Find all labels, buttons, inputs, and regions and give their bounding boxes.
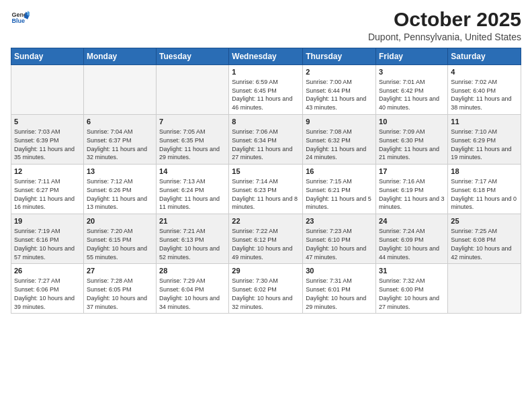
header-sunday: Sunday (11, 48, 84, 65)
table-row: 6Sunrise: 7:04 AMSunset: 6:37 PMDaylight… (83, 115, 156, 165)
day-number: 1 (232, 67, 300, 77)
day-number: 30 (306, 266, 373, 276)
calendar-week-row: 5Sunrise: 7:03 AMSunset: 6:39 PMDaylight… (11, 115, 521, 165)
table-row: 10Sunrise: 7:09 AMSunset: 6:30 PMDayligh… (376, 115, 448, 165)
table-row: 29Sunrise: 7:30 AMSunset: 6:02 PMDayligh… (229, 264, 303, 314)
day-number: 25 (451, 216, 518, 226)
table-row: 21Sunrise: 7:21 AMSunset: 6:13 PMDayligh… (157, 214, 229, 264)
day-info: Sunrise: 7:08 AMSunset: 6:32 PMDaylight:… (306, 128, 366, 161)
day-number: 14 (159, 167, 226, 177)
day-number: 18 (451, 167, 518, 177)
table-row: 15Sunrise: 7:14 AMSunset: 6:23 PMDayligh… (229, 165, 303, 214)
day-number: 21 (159, 216, 226, 226)
day-info: Sunrise: 7:23 AMSunset: 6:10 PMDaylight:… (306, 228, 366, 260)
day-info: Sunrise: 7:12 AMSunset: 6:26 PMDaylight:… (87, 178, 147, 210)
day-info: Sunrise: 7:20 AMSunset: 6:15 PMDaylight:… (87, 228, 147, 260)
day-info: Sunrise: 7:06 AMSunset: 6:34 PMDaylight:… (232, 128, 292, 161)
day-number: 11 (451, 117, 518, 127)
day-number: 8 (232, 117, 300, 127)
day-info: Sunrise: 6:59 AMSunset: 6:45 PMDaylight:… (232, 79, 292, 111)
table-row: 31Sunrise: 7:32 AMSunset: 6:00 PMDayligh… (376, 264, 448, 314)
day-info: Sunrise: 7:22 AMSunset: 6:12 PMDaylight:… (232, 228, 292, 260)
table-row: 26Sunrise: 7:27 AMSunset: 6:06 PMDayligh… (11, 264, 84, 314)
day-info: Sunrise: 7:28 AMSunset: 6:05 PMDaylight:… (87, 277, 147, 310)
header-thursday: Thursday (303, 48, 376, 65)
day-number: 22 (232, 216, 300, 226)
day-info: Sunrise: 7:03 AMSunset: 6:39 PMDaylight:… (14, 128, 75, 161)
day-info: Sunrise: 7:27 AMSunset: 6:06 PMDaylight:… (14, 277, 75, 310)
day-number: 2 (306, 67, 373, 77)
day-number: 15 (232, 167, 300, 177)
day-info: Sunrise: 7:25 AMSunset: 6:08 PMDaylight:… (451, 228, 511, 260)
calendar-week-row: 26Sunrise: 7:27 AMSunset: 6:06 PMDayligh… (11, 264, 521, 314)
day-number: 12 (14, 167, 81, 177)
header-friday: Friday (376, 48, 448, 65)
table-row: 24Sunrise: 7:24 AMSunset: 6:09 PMDayligh… (376, 214, 448, 264)
table-row: 11Sunrise: 7:10 AMSunset: 6:29 PMDayligh… (448, 115, 521, 165)
day-number: 7 (159, 117, 226, 127)
header-monday: Monday (83, 48, 156, 65)
day-number: 27 (87, 266, 153, 276)
table-row: 1Sunrise: 6:59 AMSunset: 6:45 PMDaylight… (229, 65, 303, 115)
day-number: 9 (306, 117, 373, 127)
table-row: 22Sunrise: 7:22 AMSunset: 6:12 PMDayligh… (229, 214, 303, 264)
day-info: Sunrise: 7:21 AMSunset: 6:13 PMDaylight:… (159, 228, 220, 260)
calendar-header-row: Sunday Monday Tuesday Wednesday Thursday… (11, 48, 521, 65)
day-info: Sunrise: 7:00 AMSunset: 6:44 PMDaylight:… (306, 79, 366, 111)
day-number: 24 (379, 216, 445, 226)
day-info: Sunrise: 7:15 AMSunset: 6:21 PMDaylight:… (306, 178, 371, 210)
day-info: Sunrise: 7:24 AMSunset: 6:09 PMDaylight:… (379, 228, 439, 260)
day-number: 20 (87, 216, 153, 226)
day-number: 5 (14, 117, 81, 127)
table-row: 28Sunrise: 7:29 AMSunset: 6:04 PMDayligh… (157, 264, 229, 314)
day-info: Sunrise: 7:10 AMSunset: 6:29 PMDaylight:… (451, 128, 511, 161)
table-row: 20Sunrise: 7:20 AMSunset: 6:15 PMDayligh… (83, 214, 156, 264)
table-row: 8Sunrise: 7:06 AMSunset: 6:34 PMDaylight… (229, 115, 303, 165)
day-number: 23 (306, 216, 373, 226)
day-info: Sunrise: 7:32 AMSunset: 6:00 PMDaylight:… (379, 277, 439, 310)
day-number: 31 (379, 266, 445, 276)
table-row: 9Sunrise: 7:08 AMSunset: 6:32 PMDaylight… (303, 115, 376, 165)
day-info: Sunrise: 7:05 AMSunset: 6:35 PMDaylight:… (159, 128, 220, 161)
table-row (11, 65, 84, 115)
day-info: Sunrise: 7:17 AMSunset: 6:18 PMDaylight:… (451, 178, 517, 210)
table-row: 23Sunrise: 7:23 AMSunset: 6:10 PMDayligh… (303, 214, 376, 264)
day-number: 19 (14, 216, 81, 226)
day-info: Sunrise: 7:09 AMSunset: 6:30 PMDaylight:… (379, 128, 439, 161)
day-number: 13 (87, 167, 153, 177)
day-number: 17 (379, 167, 445, 177)
day-info: Sunrise: 7:29 AMSunset: 6:04 PMDaylight:… (159, 277, 220, 310)
header-wednesday: Wednesday (229, 48, 303, 65)
day-number: 10 (379, 117, 445, 127)
table-row: 18Sunrise: 7:17 AMSunset: 6:18 PMDayligh… (448, 165, 521, 214)
table-row: 4Sunrise: 7:02 AMSunset: 6:40 PMDaylight… (448, 65, 521, 115)
day-number: 29 (232, 266, 300, 276)
table-row: 5Sunrise: 7:03 AMSunset: 6:39 PMDaylight… (11, 115, 84, 165)
header: General Blue October 2025 Dupont, Pennsy… (11, 8, 521, 42)
day-info: Sunrise: 7:31 AMSunset: 6:01 PMDaylight:… (306, 277, 366, 310)
day-number: 3 (379, 67, 445, 77)
table-row: 7Sunrise: 7:05 AMSunset: 6:35 PMDaylight… (157, 115, 229, 165)
table-row: 30Sunrise: 7:31 AMSunset: 6:01 PMDayligh… (303, 264, 376, 314)
calendar-week-row: 19Sunrise: 7:19 AMSunset: 6:16 PMDayligh… (11, 214, 521, 264)
day-info: Sunrise: 7:13 AMSunset: 6:24 PMDaylight:… (159, 178, 220, 210)
header-tuesday: Tuesday (157, 48, 229, 65)
logo: General Blue (11, 8, 30, 27)
table-row (448, 264, 521, 314)
table-row: 27Sunrise: 7:28 AMSunset: 6:05 PMDayligh… (83, 264, 156, 314)
table-row: 13Sunrise: 7:12 AMSunset: 6:26 PMDayligh… (83, 165, 156, 214)
day-info: Sunrise: 7:11 AMSunset: 6:27 PMDaylight:… (14, 178, 75, 210)
day-info: Sunrise: 7:02 AMSunset: 6:40 PMDaylight:… (451, 79, 511, 111)
logo-icon: General Blue (11, 8, 30, 27)
table-row: 16Sunrise: 7:15 AMSunset: 6:21 PMDayligh… (303, 165, 376, 214)
table-row: 14Sunrise: 7:13 AMSunset: 6:24 PMDayligh… (157, 165, 229, 214)
day-number: 16 (306, 167, 373, 177)
header-saturday: Saturday (448, 48, 521, 65)
subtitle: Dupont, Pennsylvania, United States (368, 32, 521, 42)
title-area: October 2025 Dupont, Pennsylvania, Unite… (368, 8, 521, 42)
table-row: 12Sunrise: 7:11 AMSunset: 6:27 PMDayligh… (11, 165, 84, 214)
table-row: 3Sunrise: 7:01 AMSunset: 6:42 PMDaylight… (376, 65, 448, 115)
table-row: 19Sunrise: 7:19 AMSunset: 6:16 PMDayligh… (11, 214, 84, 264)
day-info: Sunrise: 7:16 AMSunset: 6:19 PMDaylight:… (379, 178, 445, 210)
day-info: Sunrise: 7:19 AMSunset: 6:16 PMDaylight:… (14, 228, 75, 260)
